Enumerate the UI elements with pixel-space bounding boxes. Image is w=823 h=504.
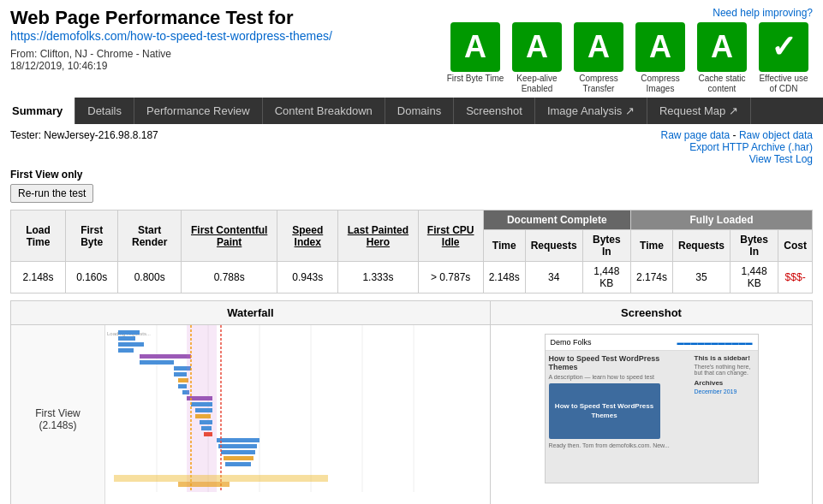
grade-label-cache-static: Cache static content: [693, 74, 751, 94]
results-table: Load Time First Byte Start Render First …: [10, 210, 813, 294]
header-left: Web Page Performance Test for https://de…: [10, 7, 332, 72]
screenshot-content: Demo Folks ▬▬▬▬▬▬▬▬▬▬▬ How to Speed Test…: [491, 325, 812, 492]
rerun-button[interactable]: Re-run the test: [10, 184, 93, 203]
doc-bytes-col: Bytes In: [582, 230, 630, 262]
svg-rect-25: [201, 426, 212, 430]
screenshot-header: Demo Folks ▬▬▬▬▬▬▬▬▬▬▬: [546, 335, 758, 351]
screenshot-sidebar: This is a sidebar! There's nothing here,…: [695, 354, 754, 479]
grade-compress-images: ACompress Images: [631, 22, 689, 94]
main-content: Tester: NewJersey-216.98.8.187 Raw page …: [0, 124, 823, 504]
doc-complete-header: Document Complete: [483, 210, 630, 230]
grade-box-compress-images: A: [635, 22, 685, 72]
svg-rect-11: [118, 348, 134, 353]
grade-cache-static: ACache static content: [693, 22, 751, 94]
grade-box-keepalive: A: [512, 22, 562, 72]
svg-rect-29: [221, 450, 255, 454]
screenshot-inner: Demo Folks ▬▬▬▬▬▬▬▬▬▬▬ How to Speed Test…: [546, 335, 758, 483]
col-speed-index: Speed Index: [277, 210, 338, 262]
doc-requests-col: Requests: [525, 230, 582, 262]
col-first-cpu: First CPU Idle: [418, 210, 483, 262]
fully-loaded-header: Fully Loaded: [630, 210, 812, 230]
svg-rect-10: [118, 342, 144, 347]
svg-rect-12: [140, 354, 191, 359]
nav-item-domains[interactable]: Domains: [385, 98, 454, 124]
meta-row: Tester: NewJersey-216.98.8.187 Raw page …: [10, 129, 813, 165]
val-last-painted: 1.333s: [338, 262, 418, 294]
view-test-log-link[interactable]: View Test Log: [749, 153, 813, 165]
tester-info: Tester: NewJersey-216.98.8.187: [10, 129, 158, 141]
grade-label-compress-transfer: Compress Transfer: [570, 74, 628, 94]
nav-item-screenshot[interactable]: Screenshot: [454, 98, 535, 124]
nav-item-content-breakdown[interactable]: Content Breakdown: [263, 98, 385, 124]
nav-item-request-map[interactable]: Request Map ↗: [647, 98, 751, 124]
grade-box-effective-cdn: ✓: [759, 22, 808, 72]
need-help-link[interactable]: Need help improving?: [713, 7, 813, 19]
val-doc-time: 2.148s: [483, 262, 525, 294]
navigation: SummaryDetailsPerformance ReviewContent …: [0, 98, 823, 124]
svg-rect-22: [195, 408, 212, 412]
grade-box-first-byte: A: [450, 22, 500, 72]
grade-label-compress-images: Compress Images: [631, 74, 689, 94]
test-url-link[interactable]: https://demofolks.com/how-to-speed-test-…: [10, 29, 332, 43]
val-start-render: 0.800s: [118, 262, 182, 294]
full-requests-col: Requests: [672, 230, 730, 262]
svg-rect-28: [218, 444, 257, 448]
screenshot-hero: How to Speed Test WordPress Themes: [549, 383, 660, 439]
svg-rect-9: [118, 336, 135, 341]
val-doc-bytes: 1,448 KB: [582, 262, 630, 294]
svg-rect-30: [224, 456, 253, 460]
meta-left: Tester: NewJersey-216.98.8.187: [10, 129, 158, 141]
val-load-time: 2.148s: [11, 262, 66, 294]
page-header: Web Page Performance Test for https://de…: [0, 0, 823, 98]
val-first-byte: 0.160s: [66, 262, 118, 294]
full-bytes-col: Bytes In: [731, 230, 778, 262]
col-start-render: Start Render: [118, 210, 182, 262]
screenshot-main-col: How to Speed Test WordPress Themes A des…: [549, 354, 691, 479]
col-fcp: First Contentful Paint: [182, 210, 277, 262]
val-speed-index: 0.943s: [277, 262, 338, 294]
full-cost-col: Cost: [778, 230, 813, 262]
grade-label-effective-cdn: Effective use of CDN: [754, 74, 813, 94]
grade-effective-cdn: ✓Effective use of CDN: [754, 22, 813, 94]
svg-rect-27: [217, 438, 259, 442]
export-har-link[interactable]: Export HTTP Archive (.har): [689, 141, 813, 153]
svg-rect-24: [200, 420, 212, 424]
svg-rect-21: [191, 402, 212, 406]
waterfall-panel: Waterfall First View (2.148s): [11, 301, 491, 504]
table-row: 2.148s 0.160s 0.800s 0.788s 0.943s 1.333…: [11, 262, 813, 294]
bottom-panels: Waterfall First View (2.148s): [10, 300, 813, 504]
screenshot-panel: Screenshot Demo Folks ▬▬▬▬▬▬▬▬▬▬▬ How to…: [491, 301, 812, 504]
grade-box-compress-transfer: A: [574, 22, 623, 72]
col-load-time: Load Time: [11, 210, 66, 262]
raw-page-data-link[interactable]: Raw page data: [661, 129, 731, 141]
grade-compress-transfer: ACompress Transfer: [570, 22, 628, 94]
grade-box-cache-static: A: [697, 22, 747, 72]
waterfall-chart: Loading requests...: [105, 325, 490, 504]
waterfall-title: Waterfall: [11, 301, 490, 325]
val-cost: $$$-: [778, 262, 813, 294]
grade-keepalive: AKeep-alive Enabled: [508, 22, 566, 94]
col-first-byte: First Byte: [66, 210, 118, 262]
nav-item-details[interactable]: Details: [75, 98, 134, 124]
screenshot-preview: Demo Folks ▬▬▬▬▬▬▬▬▬▬▬ How to Speed Test…: [545, 334, 759, 483]
nav-item-image-analysis[interactable]: Image Analysis ↗: [535, 98, 647, 124]
svg-rect-17: [178, 384, 187, 388]
val-fcp: 0.788s: [182, 262, 277, 294]
full-time-col: Time: [630, 230, 672, 262]
header-right: Need help improving? AFirst Byte TimeAKe…: [446, 7, 813, 94]
svg-rect-0: [105, 325, 465, 492]
svg-rect-8: [118, 330, 140, 335]
nav-item-summary[interactable]: Summary: [0, 98, 75, 124]
screenshot-title: Screenshot: [491, 301, 812, 325]
val-doc-requests: 34: [525, 262, 582, 294]
grade-first-byte: AFirst Byte Time: [446, 22, 504, 84]
val-first-cpu: > 0.787s: [418, 262, 483, 294]
from-info: From: Clifton, NJ - Chrome - Native 18/1…: [10, 48, 332, 72]
nav-item-performance-review[interactable]: Performance Review: [134, 98, 263, 124]
svg-rect-23: [195, 414, 211, 418]
svg-rect-34: [114, 475, 328, 482]
svg-rect-31: [225, 462, 251, 466]
raw-object-data-link[interactable]: Raw object data: [739, 129, 813, 141]
val-full-bytes: 1,448 KB: [731, 262, 778, 294]
meta-right: Raw page data - Raw object data Export H…: [661, 129, 813, 165]
